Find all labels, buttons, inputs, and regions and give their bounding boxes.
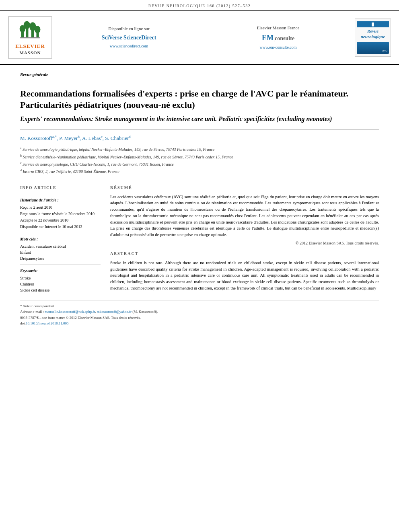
email-1[interactable]: manoelle.kossorotoff@nck.aphp.fr <box>45 310 95 314</box>
left-column: INFO ARTICLE Historique de l'article : R… <box>20 185 101 294</box>
footnote-email: Adresse e-mail : manoelle.kossorotoff@nc… <box>20 309 379 314</box>
affil-c: c Service de neurophysiologie, CHU Charl… <box>20 161 379 167</box>
sciverse-url[interactable]: www.sciencedirect.com <box>110 44 148 48</box>
elsevier-masson-label: Elsevier Masson France <box>257 25 300 30</box>
doi-label: doi: <box>20 321 26 325</box>
author-lebas: A. Lebas <box>82 135 101 141</box>
mot-cle-1: Accident vasculaire cérébral <box>20 244 101 249</box>
sciverse-section: Disponible en ligne sur SciVerse Science… <box>56 26 202 49</box>
author-chabrier: S. Chabrier <box>105 135 129 141</box>
revue-title: Revue neurologique <box>357 29 389 39</box>
email-label: Adresse e-mail : <box>20 310 44 314</box>
historique-recu-revise: Reçu sous la forme révisée le 20 octobre… <box>20 211 101 217</box>
authors-line: M. Kossorotoffa,*, P. Meyerb, A. Lebasc,… <box>20 134 379 142</box>
svg-point-7 <box>35 26 41 33</box>
doi-value[interactable]: 10.1016/j.neurol.2010.11.005 <box>26 321 68 325</box>
keyword-2: Children <box>20 281 101 287</box>
journal-header: REVUE NEUROLOGIQUE 168 (2012) 527–532 <box>0 0 399 11</box>
section-type: Revue générale <box>20 72 379 78</box>
resume-title: RÉSUMÉ <box>110 185 379 191</box>
journal-header-text: REVUE NEUROLOGIQUE 168 (2012) 527–532 <box>148 4 251 8</box>
info-article-title: INFO ARTICLE <box>20 185 101 191</box>
mot-cle-2: Enfant <box>20 250 101 255</box>
keyword-3: Sickle cell disease <box>20 288 101 293</box>
svg-point-3 <box>24 21 30 29</box>
keyword-1: Stroke <box>20 275 101 281</box>
footer-notes: * Auteur correspondant. Adresse e-mail :… <box>20 300 379 326</box>
doi-line: doi:10.1016/j.neurol.2010.11.005 <box>20 321 379 326</box>
resume-copyright: © 2012 Elsevier Masson SAS. Tous droits … <box>110 240 379 246</box>
keywords-title: Keywords: <box>20 268 101 274</box>
author-meyer: P. Meyer <box>59 135 78 141</box>
disponible-label: Disponible en ligne sur <box>108 26 149 31</box>
article-title-fr: Recommandations formalisées d'experts : … <box>20 88 379 111</box>
email-2[interactable]: mkossorotoff@yahoo.fr <box>97 310 132 314</box>
main-content: Revue générale Recommandations formalisé… <box>0 65 399 335</box>
elsevier-label: ELSEVIER <box>11 43 49 50</box>
mot-cle-3: Drépanocytose <box>20 256 101 261</box>
historique-recu1: Reçu le 2 août 2010 <box>20 205 101 210</box>
affiliations: a Service de neurologie pédiatrique, hôp… <box>20 146 379 175</box>
two-col-layout: INFO ARTICLE Historique de l'article : R… <box>20 185 379 294</box>
resume-text: Les accidents vasculaires cérébraux (AVC… <box>110 194 379 238</box>
elsevier-logo: ELSEVIER MASSON <box>8 16 52 59</box>
abstract-title: ABSTRACT <box>110 251 379 257</box>
abstract-text: Stroke in children is not rare. Although… <box>110 260 379 292</box>
masson-label: MASSON <box>11 50 49 56</box>
footnote-asterisk: * Auteur correspondant. <box>20 304 379 309</box>
revue-neurologique-logo: █ Revue neurologique 2012 <box>355 18 391 57</box>
email-author: (M. Kossorotoff). <box>132 310 158 314</box>
em-consult-logo: EM|consulte <box>206 33 351 43</box>
mots-cles-title: Mots clés : <box>20 236 101 242</box>
em-consulte-section: Elsevier Masson France EM|consulte www.e… <box>206 25 351 50</box>
em-url[interactable]: www.em-consulte.com <box>206 45 351 50</box>
author-kossorotoff: M. Kossorotoff <box>20 135 52 141</box>
historique-accepte: Accepté le 22 novembre 2010 <box>20 218 101 223</box>
svg-rect-8 <box>20 37 40 39</box>
affil-d: d Inserm CIE3, 2, rue Tréfilerie, 42100 … <box>20 168 379 175</box>
top-banner: ELSEVIER MASSON Disponible en ligne sur … <box>0 11 399 65</box>
historique-disponible: Disponible sur Internet le 10 mai 2012 <box>20 224 101 230</box>
historique-title: Historique de l'article : <box>20 197 101 203</box>
sciverse-label[interactable]: SciVerse ScienceDirect <box>56 34 202 42</box>
affil-a: a Service de neurologie pédiatrique, hôp… <box>20 146 379 152</box>
asterisk-note: * Auteur correspondant. <box>20 304 55 308</box>
right-column: RÉSUMÉ Les accidents vasculaires cérébra… <box>110 185 379 294</box>
rights-line: 0035-3787/$ – see front matter © 2012 El… <box>20 315 379 320</box>
affil-b: b Service d'anesthésie-réanimation pédia… <box>20 154 379 160</box>
article-title-en: Experts' recommendations: Stroke managem… <box>20 115 379 123</box>
